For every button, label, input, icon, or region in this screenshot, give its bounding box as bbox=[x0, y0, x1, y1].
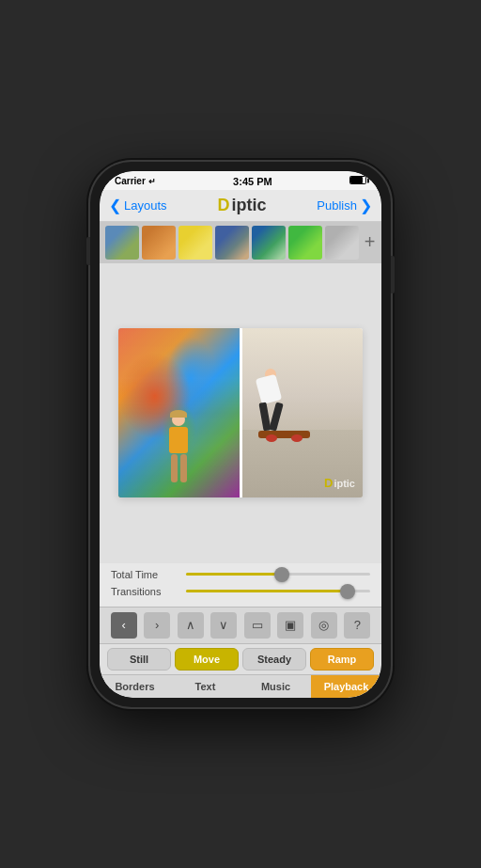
screen: Carrier ↵ 3:45 PM ❮ Layouts D i bbox=[100, 171, 381, 698]
thumbnail-7[interactable] bbox=[325, 226, 359, 260]
back-button[interactable]: ❮ Layouts bbox=[109, 197, 167, 214]
chevron-right-icon: › bbox=[155, 618, 159, 632]
girl-figure bbox=[160, 413, 197, 497]
transitions-label: Transitions bbox=[111, 586, 178, 597]
steady-btn[interactable]: Steady bbox=[242, 648, 306, 671]
app-title: D iptic bbox=[217, 196, 266, 215]
collage-left-panel bbox=[118, 328, 240, 497]
move-btn[interactable]: Move bbox=[175, 648, 239, 671]
status-left: Carrier ↵ bbox=[115, 176, 156, 186]
chevron-left-nav-icon: ❮ bbox=[109, 197, 121, 214]
status-right bbox=[349, 176, 366, 186]
chevron-right-btn[interactable]: › bbox=[144, 612, 170, 639]
icon-toolbar: ‹ › ∧ ∨ ▭ ▣ ◎ bbox=[100, 607, 381, 644]
text-tab[interactable]: Text bbox=[170, 675, 240, 698]
thumbnail-4[interactable] bbox=[215, 226, 249, 260]
still-btn[interactable]: Still bbox=[107, 648, 171, 671]
help-btn[interactable]: ? bbox=[344, 612, 370, 639]
thumbnail-6[interactable] bbox=[288, 226, 322, 260]
chevron-left-icon: ‹ bbox=[122, 618, 126, 632]
back-label: Layouts bbox=[124, 198, 167, 213]
total-time-label: Total Time bbox=[111, 569, 178, 580]
total-time-fill bbox=[186, 573, 282, 576]
skater-image bbox=[242, 328, 364, 497]
collage-frame: D iptic bbox=[118, 328, 363, 497]
app-title-text: iptic bbox=[231, 196, 266, 215]
watermark-text: iptic bbox=[334, 478, 355, 489]
transitions-thumb bbox=[340, 584, 355, 599]
transitions-fill bbox=[186, 590, 348, 592]
thumbnail-2[interactable] bbox=[142, 226, 176, 260]
borders-tab[interactable]: Borders bbox=[100, 675, 170, 698]
phone-inner: Carrier ↵ 3:45 PM ❮ Layouts D i bbox=[100, 171, 381, 698]
canvas-area: D iptic bbox=[100, 263, 381, 563]
transitions-row: Transitions bbox=[111, 586, 370, 597]
controls-area: Total Time Transitions bbox=[100, 563, 381, 607]
diptic-d-icon: D bbox=[217, 196, 229, 215]
watermark: D iptic bbox=[324, 476, 355, 490]
publish-button[interactable]: Publish ❯ bbox=[317, 197, 372, 214]
frame-inner-btn[interactable]: ▣ bbox=[277, 612, 303, 639]
collage-right-panel bbox=[242, 328, 364, 497]
frame-inner-icon: ▣ bbox=[285, 618, 296, 632]
thumbnail-1[interactable] bbox=[105, 226, 139, 260]
carrier-label: Carrier bbox=[115, 176, 146, 186]
target-icon: ◎ bbox=[318, 618, 329, 632]
add-photo-button[interactable]: + bbox=[364, 229, 376, 256]
chevron-right-nav-icon: ❯ bbox=[360, 197, 372, 214]
total-time-track[interactable] bbox=[186, 573, 370, 576]
target-btn[interactable]: ◎ bbox=[311, 612, 337, 639]
frame-icon: ▭ bbox=[252, 618, 263, 632]
ramp-btn[interactable]: Ramp bbox=[310, 648, 374, 671]
total-time-row: Total Time bbox=[111, 569, 370, 580]
wifi-signal: ↵ bbox=[148, 177, 156, 186]
phone-frame: Carrier ↵ 3:45 PM ❮ Layouts D i bbox=[90, 162, 391, 707]
girl-image bbox=[118, 328, 240, 497]
thumbnail-strip: + bbox=[100, 222, 381, 263]
tab-row: Borders Text Music Playback bbox=[100, 674, 381, 698]
status-bar: Carrier ↵ 3:45 PM bbox=[100, 171, 381, 190]
playback-btn-row: Still Move Steady Ramp bbox=[100, 644, 381, 674]
publish-label: Publish bbox=[317, 198, 357, 213]
skater-figure bbox=[254, 363, 319, 438]
chevron-down-btn[interactable]: ∨ bbox=[210, 612, 237, 639]
transitions-track[interactable] bbox=[186, 590, 370, 592]
thumbnail-5[interactable] bbox=[252, 226, 286, 260]
battery-icon bbox=[349, 176, 366, 186]
chevron-up-btn[interactable]: ∧ bbox=[178, 612, 204, 639]
question-icon: ? bbox=[354, 618, 361, 632]
chevron-up-icon: ∧ bbox=[186, 618, 195, 632]
nav-bar: ❮ Layouts D iptic Publish ❯ bbox=[100, 190, 381, 222]
watermark-d: D bbox=[324, 476, 333, 490]
chevron-left-btn[interactable]: ‹ bbox=[111, 612, 137, 639]
frame-btn[interactable]: ▭ bbox=[244, 612, 271, 639]
time-display: 3:45 PM bbox=[233, 176, 272, 187]
playback-tab[interactable]: Playback bbox=[311, 675, 381, 698]
total-time-thumb bbox=[274, 567, 289, 582]
thumbnail-3[interactable] bbox=[178, 226, 212, 260]
chevron-down-icon: ∨ bbox=[219, 618, 228, 632]
music-tab[interactable]: Music bbox=[240, 675, 311, 698]
